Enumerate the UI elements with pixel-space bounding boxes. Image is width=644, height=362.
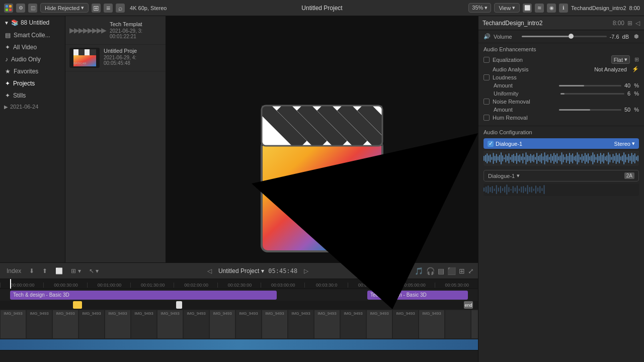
dialogue2-track[interactable]: Dialogue-1 ▾ 2A — [484, 170, 639, 182]
loudness-slider-container[interactable] — [559, 85, 621, 86]
svg-text:BASIC•M: BASIC•M — [73, 62, 86, 65]
search-icon[interactable]: ⌕ — [116, 4, 125, 13]
info-icon[interactable]: ℹ — [559, 4, 568, 13]
vid-label-4: IMG_9493 — [79, 311, 104, 316]
sidebar-item-audio-only[interactable]: ♪ Audio Only — [0, 53, 65, 65]
zoom-percent[interactable]: 35% ▾ — [468, 3, 491, 13]
item1-title: Tech Templat — [110, 21, 162, 27]
svg-rect-61 — [535, 157, 536, 160]
sidebar-item-projects[interactable]: ✦ Projects — [0, 77, 65, 89]
all-video-icon: ✦ — [5, 44, 10, 51]
audio-waveform — [0, 339, 478, 350]
svg-rect-128 — [484, 188, 485, 192]
item2-info: Untitled Proje 2021-06-29, 4: 00:05:45:4… — [104, 48, 162, 68]
table-row: IMG_9493 — [157, 310, 183, 339]
d2-badge: 2A — [624, 172, 634, 179]
sidebar-item-favorites[interactable]: ★ Favorites — [0, 65, 65, 77]
table-row: IMG_9493 — [419, 310, 445, 339]
uniformity-value: 6 — [627, 90, 630, 97]
svg-rect-125 — [634, 153, 635, 163]
svg-marker-27 — [252, 133, 478, 309]
view-btn[interactable]: View ▾ — [494, 3, 520, 13]
monitor-icon[interactable]: ⬜ — [523, 4, 532, 13]
scope-icon[interactable]: ◉ — [547, 4, 556, 13]
table-row: IMG_9493 — [52, 310, 78, 339]
svg-rect-59 — [532, 155, 533, 161]
purple-clip-1[interactable]: Tech & design - Basic 3D — [10, 291, 277, 300]
svg-rect-43 — [507, 156, 508, 161]
d1-checkbox[interactable]: ✓ — [488, 141, 494, 147]
svg-rect-49 — [516, 153, 517, 164]
svg-rect-56 — [527, 155, 528, 162]
dialogue1-track[interactable]: ✓ Dialogue-1 Stereo ▾ — [484, 138, 639, 149]
uniformity-slider-container[interactable] — [560, 93, 624, 95]
svg-rect-37 — [498, 156, 499, 160]
svg-rect-1 — [9, 5, 12, 8]
vol-slider[interactable] — [522, 36, 607, 37]
eq-dropdown[interactable]: Flat ▾ — [611, 55, 630, 64]
vid-label-5: IMG_9493 — [105, 311, 130, 316]
svg-rect-142 — [513, 186, 514, 193]
hum-checkbox[interactable] — [484, 115, 490, 121]
tl-clip-btn[interactable]: ⬜ — [53, 266, 65, 276]
svg-rect-64 — [539, 155, 540, 162]
svg-rect-42 — [505, 154, 506, 162]
vid-label-12: IMG_9493 — [288, 311, 313, 316]
tool-icon-3[interactable]: ◫ — [28, 4, 37, 13]
library-header[interactable]: ▼ 📚 88 Untitled — [0, 16, 65, 29]
index-btn[interactable]: Index — [4, 266, 24, 276]
svg-rect-112 — [614, 156, 615, 161]
grid-icon[interactable]: ⊞ — [92, 4, 101, 13]
browser-item-2[interactable]: BASIC•M Untitled Proje 2021-06-29, 4: 00… — [65, 45, 166, 71]
svg-rect-54 — [524, 157, 525, 160]
audio-analysis-label: Audio Analysis — [493, 66, 591, 72]
tool-icon-2[interactable]: ⚙ — [16, 4, 25, 13]
tl-save-btn[interactable]: ⬇ — [27, 266, 37, 276]
audio-analysis-icon[interactable]: ⚡ — [632, 66, 639, 72]
vid-label-16: IMG_9493 — [393, 311, 418, 316]
playhead[interactable] — [10, 279, 11, 289]
video-track: IMG_9493 IMG_9493 IMG_9493 IMG_9493 IMG_… — [0, 309, 478, 339]
volume-row: 🔊 Volume -7.6 dB ⬢ — [478, 30, 644, 43]
tl-open-btn[interactable]: ⬆ — [40, 266, 50, 276]
vol-expand[interactable]: ⬢ — [634, 33, 639, 40]
top-toolbar: ⚙ ◫ Hide Rejected ▾ ⊞ ≡ ⌕ 4K 60p, Stereo… — [0, 0, 644, 16]
inspector-icon-row: 8:00 ⊞ ◁ — [613, 20, 640, 27]
svg-rect-38 — [499, 155, 500, 162]
noise-slider-container[interactable] — [559, 109, 621, 111]
audio-enhancements-section: Audio Enhancements Equalization Flat ▾ ⊞… — [478, 43, 644, 126]
tl-cursor-btn[interactable]: ↖ ▾ — [87, 266, 101, 276]
sidebar-item-smart-collections[interactable]: ▤ Smart Colle... — [0, 29, 65, 41]
resolution-label: 4K 60p, Stereo — [130, 5, 167, 11]
noise-checkbox[interactable] — [484, 99, 490, 105]
waveform-icon[interactable]: ≋ — [535, 4, 544, 13]
loudness-checkbox[interactable] — [484, 74, 490, 80]
inspector-icon-2[interactable]: ◁ — [635, 20, 640, 27]
ruler-mark-0: 00:00:00:00 — [0, 283, 43, 288]
tl-view-btn[interactable]: ⊞ ▾ — [68, 266, 83, 276]
svg-rect-146 — [521, 187, 522, 193]
svg-rect-151 — [531, 187, 532, 193]
noise-removal-row: Noise Removal — [484, 99, 639, 105]
svg-rect-29 — [485, 155, 486, 162]
toolbar-left: ⚙ ◫ Hide Rejected ▾ ⊞ ≡ ⌕ 4K 60p, Stereo — [4, 3, 167, 13]
vid-label-11: IMG_9493 — [262, 311, 287, 316]
browser-item-1[interactable]: ▶▶▶▶▶▶▶▶ Tech Templat 2021-06-29, 3: 00:… — [65, 16, 166, 45]
equalization-row: Equalization Flat ▾ ⊞ — [484, 55, 639, 64]
eq-checkbox[interactable] — [484, 57, 490, 63]
sidebar-item-all-video[interactable]: ✦ All Video — [0, 41, 65, 53]
tl-prev-btn[interactable]: ◁ — [205, 266, 214, 276]
svg-rect-51 — [519, 154, 520, 162]
volume-unit: dB — [622, 34, 629, 40]
list-icon[interactable]: ≡ — [104, 4, 113, 13]
d1-stereo[interactable]: Stereo ▾ — [614, 140, 635, 147]
svg-rect-97 — [591, 155, 592, 161]
inspector-icon-1[interactable]: ⊞ — [627, 20, 632, 27]
audio-analysis-value: Not Analyzed — [594, 66, 627, 72]
svg-rect-126 — [636, 156, 637, 160]
eq-custom-icon[interactable]: ⊞ — [634, 56, 639, 63]
sidebar-label-stills: Stills — [13, 92, 26, 99]
hide-rejected-btn[interactable]: Hide Rejected ▾ — [40, 3, 89, 13]
svg-rect-85 — [572, 153, 573, 163]
sidebar-item-stills[interactable]: ✦ Stills — [0, 89, 65, 102]
